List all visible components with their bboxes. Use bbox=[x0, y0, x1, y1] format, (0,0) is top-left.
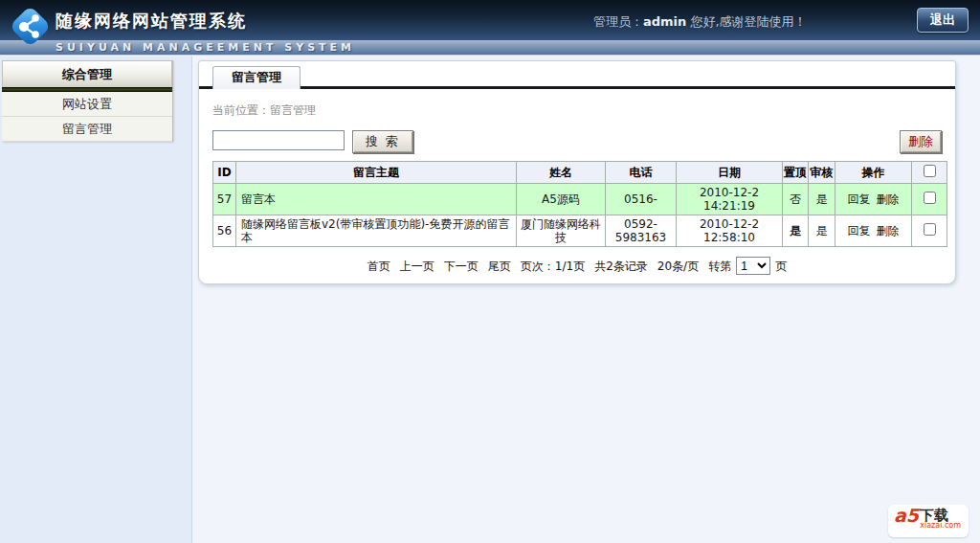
row-checkbox[interactable] bbox=[924, 192, 936, 204]
col-actions: 操作 bbox=[835, 162, 912, 184]
app-title: 随缘网络网站管理系统 bbox=[56, 10, 247, 33]
pager-total: 共2条记录 bbox=[594, 260, 648, 273]
admin-greeting: 管理员：admin 您好,感谢登陆使用！ bbox=[593, 13, 807, 31]
sidebar-item-site-settings[interactable]: 网站设置 bbox=[2, 92, 172, 117]
a5xiazai-logo[interactable]: a5 下载 xiazai.com bbox=[888, 505, 969, 537]
pagination: 首页上一页下一页尾页页次：1/1页共2条记录20条/页转第1页 bbox=[212, 257, 942, 275]
reply-link[interactable]: 回复 bbox=[848, 224, 871, 238]
sidebar-section-general[interactable]: 综合管理 bbox=[2, 60, 172, 87]
cell-actions: 回复删除 bbox=[835, 184, 912, 215]
delete-link[interactable]: 删除 bbox=[877, 192, 900, 206]
pager-per-page: 20条/页 bbox=[657, 260, 699, 273]
sidebar-menu: 综合管理 网站设置 留言管理 bbox=[2, 60, 173, 142]
col-audit: 审核 bbox=[809, 162, 835, 184]
panel-body: 当前位置：留言管理 搜 索 删除 ID 留言主题 姓名 电话 日期 置顶 bbox=[199, 89, 955, 275]
cell-top: 否 bbox=[783, 184, 809, 215]
col-phone: 电话 bbox=[606, 162, 677, 184]
top-header: 随缘网络网站管理系统 管理员：admin 您好,感谢登陆使用！ 退出 bbox=[0, 0, 980, 40]
a5-logo-mark: a5 bbox=[894, 507, 919, 524]
tab-message-manage[interactable]: 留言管理 bbox=[212, 66, 301, 89]
cell-id: 57 bbox=[213, 184, 236, 215]
col-name: 姓名 bbox=[517, 162, 606, 184]
col-subject: 留言主题 bbox=[236, 162, 517, 184]
breadcrumb: 当前位置：留言管理 bbox=[212, 102, 942, 119]
search-button[interactable]: 搜 索 bbox=[352, 130, 413, 153]
cell-phone: 0516- bbox=[606, 184, 677, 215]
pager-first[interactable]: 首页 bbox=[368, 260, 390, 273]
pager-page-info: 页次：1/1页 bbox=[521, 260, 585, 273]
admin-label: 管理员： bbox=[593, 14, 643, 29]
cell-subject: 留言本 bbox=[236, 184, 517, 215]
pager-last[interactable]: 尾页 bbox=[488, 260, 511, 273]
search-input[interactable] bbox=[212, 130, 345, 150]
pager-goto-label: 转第 bbox=[708, 260, 731, 273]
sidebar-item-message-manage[interactable]: 留言管理 bbox=[2, 117, 172, 142]
logout-button[interactable]: 退出 bbox=[917, 8, 969, 33]
sidebar: 综合管理 网站设置 留言管理 bbox=[0, 57, 192, 543]
cell-name: 厦门随缘网络科技 bbox=[517, 215, 606, 247]
search-row: 搜 索 删除 bbox=[212, 130, 942, 153]
cell-date: 2010-12-2 14:21:19 bbox=[677, 184, 783, 215]
app-subtitle: SUIYUAN MANAGEEMENT SYSTEM bbox=[56, 41, 355, 54]
cell-date: 2010-12-2 12:58:10 bbox=[677, 215, 783, 247]
reply-link[interactable]: 回复 bbox=[848, 192, 871, 206]
cell-audit: 是 bbox=[809, 184, 835, 215]
cell-name: A5源码 bbox=[517, 184, 606, 215]
content-panel: 留言管理 当前位置：留言管理 搜 索 删除 ID 留言主题 姓名 电话 bbox=[198, 60, 956, 284]
pager-next[interactable]: 下一页 bbox=[444, 260, 479, 273]
pager-goto-suffix: 页 bbox=[775, 260, 787, 273]
cell-audit: 是 bbox=[809, 215, 835, 247]
admin-username: admin bbox=[643, 14, 686, 29]
pager-prev[interactable]: 上一页 bbox=[400, 260, 434, 273]
cell-phone: 0592-5983163 bbox=[606, 215, 677, 247]
row-checkbox[interactable] bbox=[924, 223, 936, 236]
cell-actions: 回复删除 bbox=[835, 215, 912, 247]
message-table: ID 留言主题 姓名 电话 日期 置顶 审核 操作 57 留言本 A5源码 05… bbox=[212, 161, 947, 247]
header-subbar: SUIYUAN MANAGEEMENT SYSTEM bbox=[0, 40, 980, 56]
cell-top: 是 bbox=[783, 215, 809, 247]
cell-subject: 随缘网络留言板v2(带审核置顶功能)-免费开源的留言本 bbox=[236, 215, 517, 247]
table-row: 57 留言本 A5源码 0516- 2010-12-2 14:21:19 否 是… bbox=[213, 184, 947, 215]
cell-id: 56 bbox=[213, 215, 236, 247]
col-top: 置顶 bbox=[783, 162, 809, 184]
table-row: 56 随缘网络留言板v2(带审核置顶功能)-免费开源的留言本 厦门随缘网络科技 … bbox=[213, 215, 947, 247]
select-all-checkbox[interactable] bbox=[924, 165, 936, 177]
col-date: 日期 bbox=[677, 162, 783, 184]
cell-select bbox=[912, 184, 947, 215]
greeting-text: 您好,感谢登陆使用！ bbox=[690, 14, 806, 29]
share-diamond-icon bbox=[8, 3, 54, 54]
delete-link[interactable]: 删除 bbox=[877, 224, 900, 238]
col-id: ID bbox=[213, 162, 236, 184]
cell-select bbox=[912, 215, 947, 247]
pager-goto-select[interactable]: 1 bbox=[736, 257, 770, 275]
col-select bbox=[912, 162, 947, 184]
tab-row: 留言管理 bbox=[199, 61, 955, 86]
table-header-row: ID 留言主题 姓名 电话 日期 置顶 审核 操作 bbox=[213, 162, 947, 184]
delete-selected-button[interactable]: 删除 bbox=[900, 130, 942, 153]
page: 随缘网络网站管理系统 管理员：admin 您好,感谢登陆使用！ 退出 SUIYU… bbox=[0, 0, 980, 543]
